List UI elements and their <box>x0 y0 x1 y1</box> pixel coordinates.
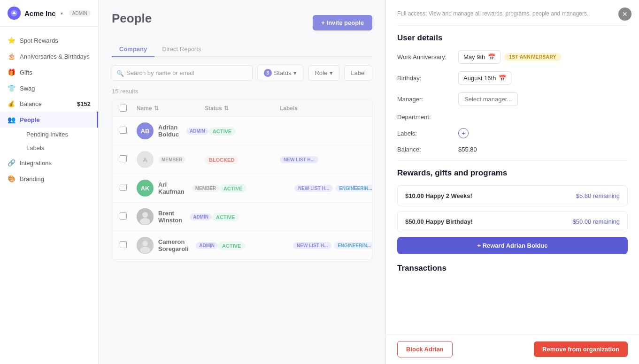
block-user-button[interactable]: Block Adrian <box>397 341 453 357</box>
sidebar-item-gifts[interactable]: 🎁 Gifts <box>0 64 98 80</box>
table-row[interactable]: Brent Winston ADMIN ACTIVE <box>112 203 372 231</box>
labels-cell: NEW LIST H... <box>280 156 364 163</box>
people-icon: 👥 <box>8 116 15 123</box>
sidebar-item-spot-rewards[interactable]: ⭐ Spot Rewards <box>0 32 98 48</box>
work-anniversary-input[interactable]: May 9th 📅 <box>458 50 500 64</box>
label-badge: NEW LIST H... <box>280 156 318 163</box>
sidebar-subnav: Pending Invites Labels <box>0 128 98 155</box>
tab-direct-reports[interactable]: Direct Reports <box>154 42 208 57</box>
table-row[interactable]: AK Ari Kaufman MEMBER ACTIVE NEW LIST H.… <box>112 174 372 203</box>
reward-name: $50.00 Happy Birthday! <box>405 218 473 225</box>
detail-footer: Block Adrian Remove from organization <box>386 334 639 364</box>
birthday-date: August 16th <box>463 75 496 82</box>
add-label-button[interactable]: + <box>458 128 469 138</box>
company-dropdown-icon[interactable]: ▾ <box>61 11 63 16</box>
label-badge: ENGINEERIN... <box>335 185 372 192</box>
search-icon: 🔍 <box>116 69 124 76</box>
role-filter-button[interactable]: Role ▾ <box>308 65 339 81</box>
sidebar-item-labels[interactable]: Labels <box>19 141 98 155</box>
birthday-value: August 16th 📅 <box>458 71 511 85</box>
sidebar-item-label: Spot Rewards <box>20 37 58 44</box>
label-badge: ENGINEERIN... <box>334 242 372 249</box>
access-description: Full access: View and manage all rewards… <box>397 9 628 18</box>
sidebar-item-label: Integrations <box>20 159 52 167</box>
calendar-icon: 📅 <box>488 53 495 61</box>
labels-column-header: Labels <box>280 105 364 112</box>
sidebar-item-integrations[interactable]: 🔗 Integrations <box>0 155 98 171</box>
labels-cell: NEW LIST H... ENGINEERIN... <box>293 242 372 249</box>
page-title: People <box>112 11 152 26</box>
row-checkbox[interactable] <box>120 241 127 248</box>
sidebar-item-swag[interactable]: 👕 Swag <box>0 80 98 96</box>
label-filter-button[interactable]: Label <box>344 65 372 81</box>
remove-from-org-button[interactable]: Remove from organization <box>534 341 628 357</box>
sidebar-item-people[interactable]: 👥 People <box>0 112 98 128</box>
avatar: AB <box>137 122 154 139</box>
person-cell: Cameron Soregaroli ADMIN <box>137 237 218 254</box>
avatar: A <box>137 151 154 168</box>
reward-remaining: $50.00 remaining <box>573 218 620 225</box>
tab-company[interactable]: Company <box>112 42 154 57</box>
person-name: Cameron Soregaroli <box>158 238 188 252</box>
table-row[interactable]: Cameron Soregaroli ADMIN ACTIVE NEW LIST… <box>112 231 372 259</box>
integration-icon: 🔗 <box>8 159 15 167</box>
status-column-header[interactable]: Status ⇅ <box>205 105 280 112</box>
person-name: Ari Kaufman <box>158 181 185 195</box>
row-checkbox[interactable] <box>120 184 127 191</box>
checkbox-header <box>120 105 137 112</box>
page-header: People + Invite people <box>112 11 372 34</box>
reward-user-button[interactable]: + Reward Adrian Bolduc <box>397 237 628 254</box>
reward-name: $10.00 Happy 2 Weeks! <box>405 192 472 199</box>
status-filter-button[interactable]: 3 Status ▾ <box>257 65 304 81</box>
row-checkbox[interactable] <box>120 127 127 134</box>
person-cell: Brent Winston ADMIN <box>137 208 212 225</box>
row-checkbox[interactable] <box>120 212 127 220</box>
people-table: Name ⇅ Status ⇅ Labels AB Adrian Bolduc … <box>112 99 372 260</box>
select-all-checkbox[interactable] <box>120 105 127 112</box>
reward-card: $50.00 Happy Birthday! $50.00 remaining <box>397 211 628 232</box>
sidebar-balance[interactable]: 💰 Balance $152 <box>0 96 98 112</box>
sidebar-item-branding[interactable]: 🎨 Branding <box>0 171 98 187</box>
balance-icon: 💰 <box>8 100 15 107</box>
work-anniversary-value: May 9th 📅 1ST ANNIVERSARY <box>458 50 561 64</box>
role-filter-arrow: ▾ <box>330 69 333 76</box>
status-badge: BLOCKED <box>205 156 239 164</box>
label-filter-label: Label <box>351 69 366 76</box>
department-field: Department: <box>397 114 628 121</box>
search-input[interactable] <box>112 65 253 81</box>
name-sort-icon: ⇅ <box>154 105 159 112</box>
invite-people-button[interactable]: + Invite people <box>313 15 372 30</box>
people-page: People + Invite people Company Direct Re… <box>99 0 385 364</box>
reward-remaining: $5.80 remaining <box>576 192 620 199</box>
rewards-section: $10.00 Happy 2 Weeks! $5.80 remaining $5… <box>397 185 628 254</box>
company-name: Acme Inc <box>24 9 56 17</box>
star-icon: ⭐ <box>8 37 15 44</box>
table-row[interactable]: A MEMBER BLOCKED NEW LIST H... <box>112 145 372 174</box>
transactions-title: Transactions <box>397 264 628 273</box>
person-name: Brent Winston <box>158 210 182 224</box>
anniversary-badge: 1ST ANNIVERSARY <box>504 53 561 61</box>
cake-icon: 🎂 <box>8 53 15 60</box>
sidebar-item-anniversaries-birthdays[interactable]: 🎂 Anniversaries & Birthdays <box>0 48 98 64</box>
table-header-row: Name ⇅ Status ⇅ Labels <box>112 100 372 117</box>
status-badge: ACTIVE <box>219 184 246 193</box>
divider <box>397 160 628 161</box>
svg-point-6 <box>140 247 150 253</box>
role-badge: ADMIN <box>190 213 212 220</box>
table-row[interactable]: AB Adrian Bolduc ADMIN ACTIVE <box>112 117 372 145</box>
status-badge: ACTIVE <box>208 127 236 136</box>
close-panel-button[interactable]: ✕ <box>618 8 631 21</box>
birthday-input[interactable]: August 16th 📅 <box>458 71 511 85</box>
user-details-title: User details <box>397 33 628 43</box>
role-badge: MEMBER <box>192 185 219 192</box>
sidebar-item-pending-invites[interactable]: Pending Invites <box>19 128 98 141</box>
avatar <box>137 208 154 225</box>
select-manager-button[interactable]: Select manager... <box>458 92 518 106</box>
role-badge: MEMBER <box>158 156 185 163</box>
manager-field: Manager: Select manager... <box>397 92 628 106</box>
row-checkbox[interactable] <box>120 155 127 162</box>
name-column-header[interactable]: Name ⇅ <box>137 105 205 112</box>
divider <box>397 25 628 26</box>
balance-field: Balance: $55.80 <box>397 146 628 153</box>
avatar: AK <box>137 180 154 197</box>
